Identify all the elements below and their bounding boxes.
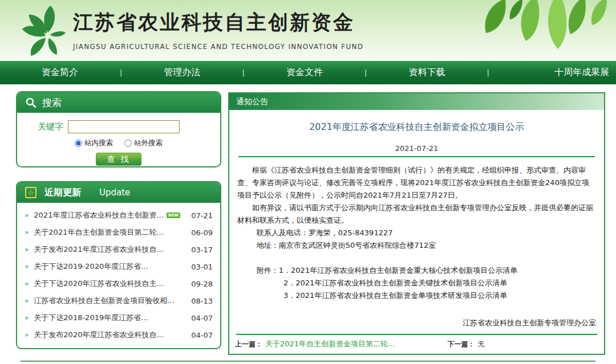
radio-onsite-label: 站内搜索 [84,138,113,148]
update-item-date: 03-01 [191,263,213,271]
recent-updates-header: ☆ 近期更新 Update [17,182,220,203]
radio-offsite-input[interactable] [124,140,132,147]
article-date: 2021-07-21 [237,144,596,153]
update-item-title[interactable]: 江苏省农业科技自主创新资金项目验收相... [34,296,174,306]
nav-item-fund-documents[interactable]: 资金文件 [245,67,364,79]
update-item-title[interactable]: 关于2021年自主创新资金项目第二轮... [34,227,163,238]
nav-item-management[interactable]: 管理办法 [122,67,242,79]
update-list-item[interactable]: » 关于下达2018-2019年度江苏省... 04-07 [25,309,213,326]
nav-item-downloads[interactable]: 资料下载 [367,67,487,79]
update-list: » 2021年度江苏省农业科技自主创新资... NEW 07-21 » 关于20… [17,207,220,343]
attachment-line-3: 3．2021年江苏省农业科技自主创新资金单项技术研发项目公示清单 [237,289,596,302]
search-box-title: 搜索 [42,96,62,109]
update-item-title[interactable]: 关于下达2019-2020年度江苏省... [34,261,148,272]
recent-updates-title: 近期更新 [44,187,81,199]
notice-panel: 通知公告 2021年度江苏省农业科技自主创新资金拟立项目公示 2021-07-2… [228,92,605,355]
update-list-item[interactable]: » 关于发布2020年度江苏省农业科技自... 04-07 [25,326,213,343]
update-item-date: 08-13 [191,297,213,305]
article-paragraph: 如有异议，请以书面方式于公示期内向江苏省农业科技自主创新专项管理办公室反映，并提… [237,202,596,227]
next-article-label: 下一篇： [447,340,475,349]
article-divider [238,156,595,157]
decorative-leaves-icon [468,0,616,57]
announcement-article: 2021年度江苏省农业科技自主创新资金拟立项目公示 2021-07-21 根据《… [229,110,604,334]
update-item-date: 06-09 [191,228,213,237]
search-submit-button[interactable]: 查 找 [96,153,141,166]
site-logo-leaf-icon [15,3,72,59]
keyword-input[interactable] [68,120,180,133]
update-item-title[interactable]: 关于下达2020年江苏省农业科技自主... [34,279,163,289]
chevron-bullet-icon: » [25,211,29,219]
update-list-item[interactable]: » 江苏省农业科技自主创新资金项目验收相... 08-13 [25,292,213,309]
search-box-header: 搜索 [17,92,220,113]
main-nav: 资金简介 | 管理办法 | 资金文件 | 资料下载 | 十周年成果展 [0,61,616,84]
recent-updates-subtitle: Update [99,187,130,198]
address-line: 地址：南京市玄武区钟灵街50号省农科院综合楼712室 [237,239,596,252]
article-paragraph: 根据《江苏省农业科技自主创新资金管理细则（试行）》的有关规定，经组织申报、形式审… [237,164,596,202]
update-list-item[interactable]: » 关于下达2020年江苏省农业科技自主... 09-28 [25,275,213,292]
footer-divider [236,334,597,335]
update-item-date: 04-07 [191,331,213,340]
site-title: 江苏省农业科技自主创新资金 [73,9,363,36]
update-item-date: 03-17 [191,246,213,254]
chevron-bullet-icon: » [25,331,29,339]
recent-updates-box: ☆ 近期更新 Update » 2021年度江苏省农业科技自主创新资... NE… [16,181,221,349]
update-list-item[interactable]: » 关于2021年自主创新资金项目第二轮... 06-09 [25,224,213,241]
nav-item-fund-intro[interactable]: 资金简介 [0,67,120,79]
article-title: 2021年度江苏省农业科技自主创新资金拟立项目公示 [237,121,596,133]
update-item-date: 09-28 [191,280,213,288]
chevron-bullet-icon: » [25,246,29,253]
nav-item-anniversary[interactable]: 十周年成果展 [489,67,616,79]
update-item-title[interactable]: 关于下达2018-2019年度江苏省... [34,313,148,323]
site-subtitle: JIANGSU AGRICULTURAL SCIENCE AND TECHNOL… [73,43,363,51]
chevron-bullet-icon: » [25,263,29,271]
contact-line: 联系人及电话：罗海荣，025-84391227 [237,227,596,239]
next-article-value: 无 [477,340,484,349]
radio-offsite-search[interactable]: 站外搜索 [124,138,163,148]
chevron-bullet-icon: » [25,314,29,322]
search-icon [25,97,37,108]
radio-onsite-search[interactable]: 站内搜索 [75,138,113,148]
update-item-date: 07-21 [191,211,213,220]
chevron-bullet-icon: » [25,228,29,236]
update-list-item[interactable]: » 关于下达2019-2020年度江苏省... 03-01 [25,258,213,275]
star-icon: ☆ [25,187,37,198]
keyword-label: 关键字 [38,121,63,132]
notice-panel-header: 通知公告 [229,93,604,110]
attachment-line-2: 2．2021年江苏省农业科技自主创新资金关键技术创新项目公示清单 [237,277,596,289]
update-item-title[interactable]: 关于发布2020年度江苏省农业科技自... [34,330,163,340]
update-list-item[interactable]: » 关于发布2021年度江苏省农业科技自... 03-17 [25,241,213,258]
attachment-line-1: 附件：1．2021年江苏省农业科技自主创新资金重大核心技术创新项目公示清单 [237,264,596,277]
chevron-bullet-icon: » [25,280,29,288]
prev-article-link[interactable]: 关于2021年自主创新资金项目第二轮... [265,339,395,349]
page-bottom-divider [21,361,595,362]
update-item-title[interactable]: 关于发布2021年度江苏省农业科技自... [34,244,163,255]
new-badge: NEW [167,212,180,218]
chevron-bullet-icon: » [25,297,29,305]
update-item-title[interactable]: 2021年度江苏省农业科技自主创新资... [34,210,163,220]
prev-article-label: 上一篇： [235,340,262,349]
update-list-item[interactable]: » 2021年度江苏省农业科技自主创新资... NEW 07-21 [25,207,213,224]
radio-onsite-input[interactable] [75,140,82,147]
site-header: 江苏省农业科技自主创新资金 JIANGSU AGRICULTURAL SCIEN… [0,0,616,61]
search-box: 搜索 关键字 站内搜索 站外搜索 查 找 [16,91,221,167]
page: 江苏省农业科技自主创新资金 JIANGSU AGRICULTURAL SCIEN… [0,0,616,364]
update-item-date: 04-07 [191,314,213,322]
radio-offsite-label: 站外搜索 [134,138,163,148]
signature-organization: 江苏省农业科技自主创新专项管理办公室 [237,317,596,329]
article-pagination: 上一篇： 关于2021年自主创新资金项目第二轮... 下一篇： 无 [229,334,604,354]
